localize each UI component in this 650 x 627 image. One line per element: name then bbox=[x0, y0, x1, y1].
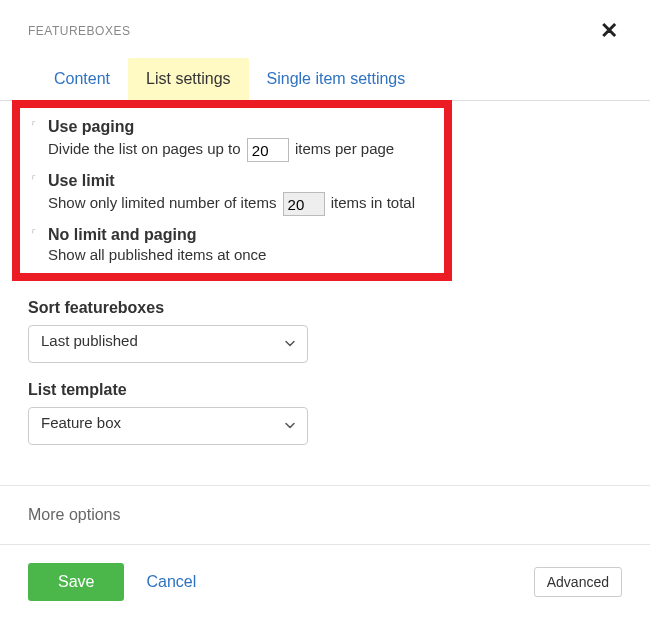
option-title: No limit and paging bbox=[48, 226, 436, 244]
desc-prefix: Show only limited number of items bbox=[48, 194, 276, 211]
limit-count-input[interactable] bbox=[283, 192, 325, 216]
option-use-limit[interactable]: 「 Use limit Show only limited number of … bbox=[28, 172, 436, 216]
close-icon[interactable]: ✕ bbox=[596, 20, 622, 42]
option-title: Use paging bbox=[48, 118, 436, 136]
option-title: Use limit bbox=[48, 172, 436, 190]
cancel-button[interactable]: Cancel bbox=[146, 573, 196, 591]
tab-content[interactable]: Content bbox=[36, 58, 128, 100]
option-desc: Show all published items at once bbox=[48, 246, 436, 263]
template-select[interactable]: Feature box bbox=[28, 407, 308, 445]
tabs: Content List settings Single item settin… bbox=[0, 50, 650, 101]
save-button[interactable]: Save bbox=[28, 563, 124, 601]
template-label: List template bbox=[28, 381, 622, 399]
panel-title: FEATUREBOXES bbox=[28, 24, 130, 38]
option-use-paging[interactable]: 「 Use paging Divide the list on pages up… bbox=[28, 118, 436, 162]
advanced-button[interactable]: Advanced bbox=[534, 567, 622, 597]
paging-count-input[interactable] bbox=[247, 138, 289, 162]
desc-suffix: items in total bbox=[331, 194, 415, 211]
tab-list-settings[interactable]: List settings bbox=[128, 58, 248, 100]
radio-icon[interactable]: 「 bbox=[28, 228, 38, 239]
radio-icon[interactable]: 「 bbox=[28, 120, 38, 131]
tab-single-item[interactable]: Single item settings bbox=[249, 58, 424, 100]
sort-label: Sort featureboxes bbox=[28, 299, 622, 317]
option-desc: Show only limited number of items items … bbox=[48, 192, 436, 216]
sort-select[interactable]: Last published bbox=[28, 325, 308, 363]
option-desc: Divide the list on pages up to items per… bbox=[48, 138, 436, 162]
more-options-toggle[interactable]: More options bbox=[0, 485, 650, 545]
option-no-limit[interactable]: 「 No limit and paging Show all published… bbox=[28, 226, 436, 263]
radio-icon[interactable]: 「 bbox=[28, 174, 38, 185]
highlighted-options-box: 「 Use paging Divide the list on pages up… bbox=[12, 100, 452, 281]
desc-prefix: Divide the list on pages up to bbox=[48, 140, 241, 157]
desc-suffix: items per page bbox=[295, 140, 394, 157]
